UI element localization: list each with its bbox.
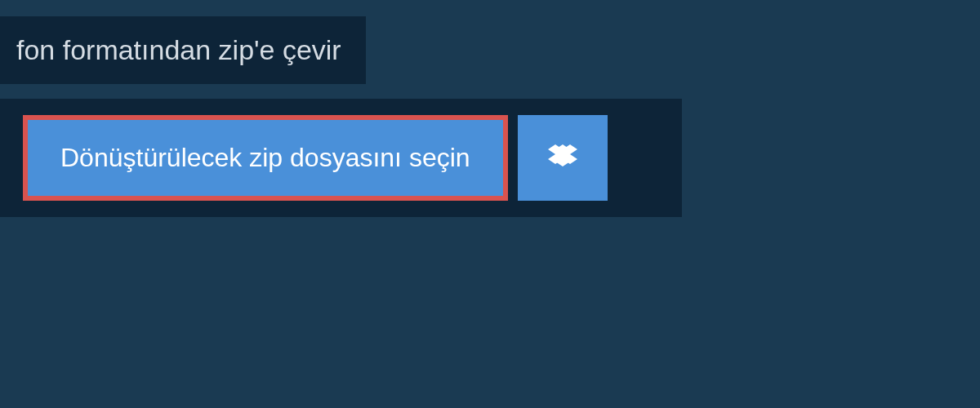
page-title: fon formatından zip'e çevir	[16, 34, 341, 65]
dropbox-icon	[548, 142, 577, 175]
select-file-button[interactable]: Dönüştürülecek zip dosyasını seçin	[23, 115, 508, 201]
header-tab: fon formatından zip'e çevir	[0, 16, 366, 84]
select-file-label: Dönüştürülecek zip dosyasını seçin	[60, 143, 470, 173]
dropbox-button[interactable]	[518, 115, 608, 201]
main-panel: Dönüştürülecek zip dosyasını seçin	[0, 99, 682, 217]
button-row: Dönüştürülecek zip dosyasını seçin	[23, 115, 659, 201]
